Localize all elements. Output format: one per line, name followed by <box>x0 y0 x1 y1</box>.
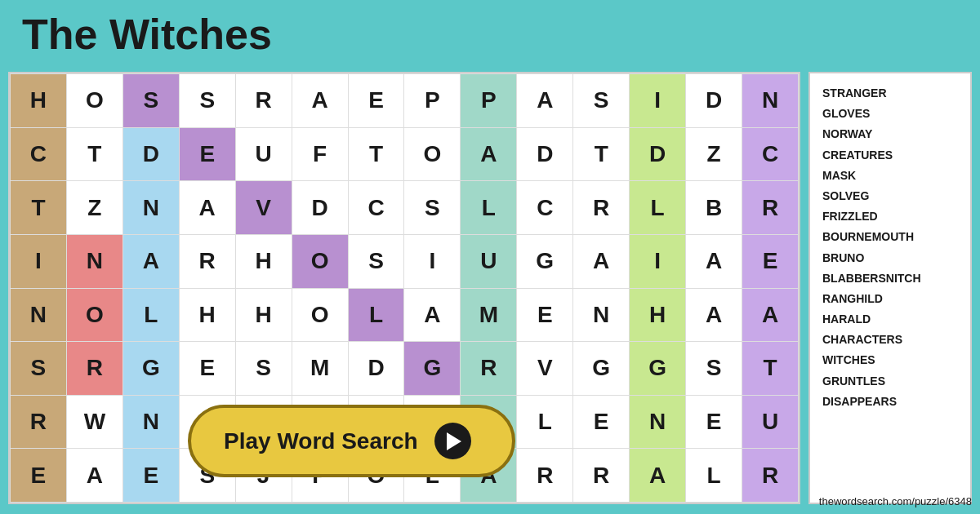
grid-cell[interactable]: O <box>404 127 461 181</box>
grid-cell[interactable]: Z <box>686 127 742 181</box>
grid-cell[interactable]: R <box>66 342 122 396</box>
grid-cell[interactable]: L <box>348 288 404 342</box>
grid-cell[interactable]: E <box>348 74 404 128</box>
grid-cell[interactable]: S <box>348 234 404 288</box>
grid-cell[interactable]: L <box>630 181 686 235</box>
grid-cell[interactable]: L <box>122 288 179 342</box>
grid-cell[interactable]: G <box>122 342 179 396</box>
grid-cell[interactable]: E <box>742 234 798 288</box>
grid-cell[interactable]: N <box>573 288 630 342</box>
grid-cell[interactable]: G <box>517 234 573 288</box>
grid-cell[interactable]: N <box>11 288 67 342</box>
grid-cell[interactable]: L <box>517 395 573 449</box>
grid-cell[interactable]: T <box>573 127 630 181</box>
grid-cell[interactable]: H <box>235 234 292 288</box>
grid-cell[interactable]: D <box>292 181 348 235</box>
grid-cell[interactable]: H <box>179 288 235 342</box>
grid-cell[interactable]: E <box>573 395 630 449</box>
grid-cell[interactable]: T <box>348 127 404 181</box>
grid-cell[interactable]: S <box>122 74 179 128</box>
grid-cell[interactable]: G <box>573 342 630 396</box>
grid-cell[interactable]: C <box>742 127 798 181</box>
grid-cell[interactable]: A <box>461 127 517 181</box>
grid-cell[interactable]: R <box>179 234 235 288</box>
grid-cell[interactable]: C <box>11 127 67 181</box>
grid-cell[interactable]: S <box>11 342 67 396</box>
grid-cell[interactable]: G <box>630 342 686 396</box>
grid-cell[interactable]: N <box>742 74 798 128</box>
grid-cell[interactable]: U <box>742 395 798 449</box>
grid-cell[interactable]: E <box>11 449 67 503</box>
grid-cell[interactable]: M <box>292 342 348 396</box>
grid-cell[interactable]: R <box>461 342 517 396</box>
grid-cell[interactable]: R <box>742 181 798 235</box>
grid-cell[interactable]: I <box>630 74 686 128</box>
grid-cell[interactable]: H <box>11 74 67 128</box>
grid-cell[interactable]: A <box>404 288 461 342</box>
grid-cell[interactable]: A <box>179 181 235 235</box>
grid-cell[interactable]: E <box>517 288 573 342</box>
grid-cell[interactable]: A <box>686 234 742 288</box>
grid-cell[interactable]: R <box>11 395 67 449</box>
grid-cell[interactable]: E <box>179 342 235 396</box>
grid-cell[interactable]: M <box>461 288 517 342</box>
grid-cell[interactable]: A <box>292 74 348 128</box>
grid-cell[interactable]: B <box>686 181 742 235</box>
grid-cell[interactable]: A <box>742 288 798 342</box>
grid-cell[interactable]: O <box>292 234 348 288</box>
grid-cell[interactable]: V <box>517 342 573 396</box>
grid-cell[interactable]: R <box>742 449 798 503</box>
grid-cell[interactable]: N <box>122 395 179 449</box>
grid-cell[interactable]: F <box>292 127 348 181</box>
grid-cell[interactable]: H <box>235 288 292 342</box>
grid-cell[interactable]: T <box>66 127 122 181</box>
grid-cell[interactable]: Z <box>66 181 122 235</box>
grid-cell[interactable]: D <box>630 127 686 181</box>
grid-cell[interactable]: R <box>517 449 573 503</box>
grid-cell[interactable]: E <box>122 449 179 503</box>
grid-cell[interactable]: P <box>461 74 517 128</box>
grid-cell[interactable]: A <box>122 234 179 288</box>
grid-cell[interactable]: S <box>235 342 292 396</box>
grid-cell[interactable]: G <box>404 342 461 396</box>
grid-cell[interactable]: O <box>66 288 122 342</box>
grid-cell[interactable]: T <box>11 181 67 235</box>
grid-cell[interactable]: C <box>517 181 573 235</box>
grid-cell[interactable]: E <box>686 395 742 449</box>
grid-cell[interactable]: A <box>517 74 573 128</box>
grid-cell[interactable]: C <box>348 181 404 235</box>
grid-cell[interactable]: S <box>404 181 461 235</box>
grid-cell[interactable]: R <box>573 449 630 503</box>
grid-cell[interactable]: U <box>235 127 292 181</box>
grid-cell[interactable]: A <box>66 449 122 503</box>
grid-cell[interactable]: I <box>11 234 67 288</box>
grid-cell[interactable]: S <box>179 74 235 128</box>
grid-cell[interactable]: I <box>630 234 686 288</box>
grid-cell[interactable]: V <box>235 181 292 235</box>
grid-cell[interactable]: D <box>348 342 404 396</box>
grid-cell[interactable]: A <box>686 288 742 342</box>
grid-cell[interactable]: S <box>573 74 630 128</box>
grid-cell[interactable]: R <box>235 74 292 128</box>
grid-cell[interactable]: L <box>461 181 517 235</box>
grid-cell[interactable]: A <box>573 234 630 288</box>
grid-cell[interactable]: L <box>686 449 742 503</box>
grid-cell[interactable]: W <box>66 395 122 449</box>
grid-cell[interactable]: D <box>122 127 179 181</box>
grid-cell[interactable]: A <box>630 449 686 503</box>
grid-cell[interactable]: D <box>686 74 742 128</box>
grid-cell[interactable]: T <box>742 342 798 396</box>
grid-cell[interactable]: R <box>573 181 630 235</box>
grid-cell[interactable]: N <box>122 181 179 235</box>
grid-cell[interactable]: U <box>461 234 517 288</box>
grid-cell[interactable]: O <box>292 288 348 342</box>
grid-cell[interactable]: D <box>517 127 573 181</box>
grid-cell[interactable]: N <box>66 234 122 288</box>
play-button-container[interactable]: Play Word Search <box>188 405 515 477</box>
grid-cell[interactable]: P <box>404 74 461 128</box>
grid-cell[interactable]: H <box>630 288 686 342</box>
grid-cell[interactable]: E <box>179 127 235 181</box>
grid-cell[interactable]: O <box>66 74 122 128</box>
play-word-search-button[interactable]: Play Word Search <box>188 405 515 477</box>
grid-cell[interactable]: N <box>630 395 686 449</box>
